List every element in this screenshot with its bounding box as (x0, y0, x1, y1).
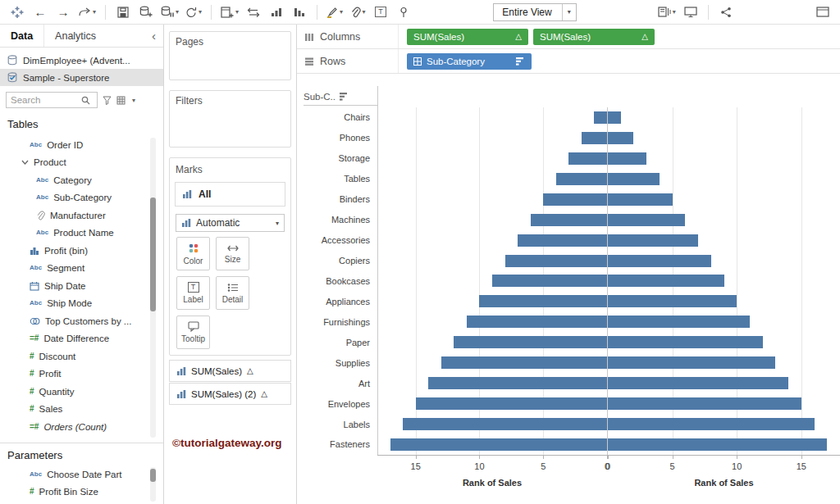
category-label[interactable]: Furnishings (297, 311, 377, 332)
pill-sum-sales[interactable]: SUM(Sales)△ (407, 29, 528, 45)
category-label[interactable]: Binders (297, 189, 377, 210)
bar-left[interactable] (403, 418, 607, 430)
field-item[interactable]: Top Customers by ... (0, 312, 163, 330)
field-item[interactable]: AbcSegment (0, 260, 163, 278)
category-label[interactable]: Supplies (297, 352, 377, 373)
marks-all-row[interactable]: All (175, 182, 285, 207)
category-label[interactable]: Phones (297, 128, 377, 148)
show-sidebar-button[interactable] (812, 2, 833, 22)
bar-left[interactable] (543, 193, 607, 206)
bar-right[interactable] (608, 336, 763, 348)
size-button[interactable]: Size (216, 237, 249, 270)
field-item[interactable]: =#Orders (Count) (0, 418, 163, 436)
category-label[interactable]: Copiers (297, 251, 377, 271)
field-item[interactable]: Profit (bin) (0, 242, 163, 260)
field-item[interactable]: AbcChoose Date Part (0, 465, 163, 484)
columns-shelf[interactable]: Columns SUM(Sales)△SUM(Sales)△ (297, 25, 840, 49)
collapse-pane-icon[interactable]: ‹ (144, 25, 163, 47)
bar-left[interactable] (505, 255, 607, 267)
bar-left[interactable] (568, 152, 607, 165)
view-grid-icon[interactable] (116, 96, 126, 105)
pages-shelf[interactable]: Pages (169, 31, 291, 80)
sort-ascending-button[interactable] (266, 2, 287, 22)
search-input[interactable] (11, 95, 78, 105)
field-item[interactable]: #Profit (0, 366, 163, 384)
category-label[interactable]: Art (297, 373, 377, 393)
subcategory-column-header[interactable]: Sub-C.. (304, 88, 377, 106)
bar-left[interactable] (416, 397, 607, 410)
category-label[interactable]: Labels (297, 414, 377, 434)
presentation-mode-button[interactable] (680, 2, 701, 22)
bar-right[interactable] (608, 397, 801, 410)
measure-card-sum-sales[interactable]: SUM(Sales)△ (169, 360, 291, 382)
redo-button[interactable]: → (52, 2, 74, 22)
bar-right[interactable] (608, 295, 737, 307)
bar-right[interactable] (608, 356, 775, 369)
field-item[interactable]: Manufacturer (0, 207, 163, 225)
measure-card-sum-sales-2[interactable]: SUM(Sales) (2)△ (169, 383, 291, 405)
category-label[interactable]: Envelopes (297, 393, 377, 414)
field-item[interactable]: #Profit Bin Size (0, 484, 163, 502)
bar-left[interactable] (531, 214, 607, 226)
chevron-down-icon[interactable]: ▾ (132, 97, 135, 104)
bar-right[interactable] (608, 152, 646, 165)
field-item[interactable]: #Discount (0, 347, 163, 366)
pill-sum-sales[interactable]: SUM(Sales)△ (533, 29, 655, 45)
tooltip-button[interactable]: Tooltip (176, 316, 210, 349)
field-item[interactable]: AbcProduct Name (0, 225, 163, 243)
replay-button[interactable]: ▾ (75, 2, 98, 22)
bar-left[interactable] (467, 316, 607, 328)
highlight-button[interactable]: ▾ (324, 2, 345, 22)
sort-descending-icon[interactable] (340, 93, 349, 101)
pill-sub-category[interactable]: Sub-Category (407, 53, 532, 70)
bar-left[interactable] (518, 234, 607, 247)
x-axis-title-right[interactable]: Rank of Sales (694, 478, 753, 488)
datasource-item[interactable]: DimEmployee+ (Advent... (0, 52, 163, 69)
category-label[interactable]: Appliances (297, 291, 377, 311)
bar-left[interactable] (441, 356, 607, 369)
pause-auto-updates-button[interactable]: ▾ (158, 2, 181, 22)
swap-rows-and-columns-button[interactable] (243, 2, 264, 22)
new-worksheet-button[interactable]: ▾ (218, 2, 241, 22)
group-members-button[interactable]: ▾ (347, 2, 368, 22)
scrollbar-thumb[interactable] (150, 198, 156, 311)
bar-right[interactable] (608, 316, 750, 328)
bar-left[interactable] (594, 111, 607, 124)
scrollbar-thumb[interactable] (150, 469, 156, 482)
field-item[interactable]: #Quantity (0, 383, 163, 401)
run-auto-updates-button[interactable]: ▾ (183, 2, 204, 22)
fit-view-select[interactable]: Entire View▾ (493, 3, 576, 21)
bar-left[interactable] (390, 438, 607, 451)
bar-right[interactable] (608, 418, 815, 430)
bar-left[interactable] (428, 377, 607, 389)
field-item[interactable]: =#Date Difference (0, 330, 163, 348)
field-item[interactable]: AbcCategory (0, 171, 163, 189)
filters-shelf[interactable]: Filters (169, 90, 291, 148)
tab-data[interactable]: Data (0, 25, 43, 47)
category-label[interactable]: Fasteners (297, 434, 377, 455)
share-workbook-button[interactable] (715, 2, 737, 22)
field-item[interactable]: AbcSub-Category (0, 189, 163, 207)
fields-scrollbar[interactable] (150, 138, 156, 438)
sort-descending-button[interactable] (289, 2, 310, 22)
bar-right[interactable] (608, 255, 711, 267)
bar-right[interactable] (608, 111, 621, 124)
category-label[interactable]: Storage (297, 148, 377, 169)
category-label[interactable]: Chairs (297, 107, 377, 128)
save-button[interactable] (112, 2, 134, 22)
field-item[interactable]: AbcShip Mode (0, 295, 163, 313)
fix-axes-button[interactable] (393, 2, 414, 22)
bar-left[interactable] (492, 275, 607, 287)
bar-right[interactable] (608, 438, 827, 451)
bar-right[interactable] (608, 275, 724, 287)
bar-left[interactable] (479, 295, 607, 307)
bar-right[interactable] (608, 234, 698, 247)
bar-left[interactable] (556, 173, 607, 185)
label-button[interactable]: TLabel (176, 276, 210, 310)
bar-right[interactable] (608, 214, 685, 226)
bar-right[interactable] (608, 173, 660, 185)
category-label[interactable]: Machines (297, 210, 377, 230)
show-hide-cards-button[interactable]: ▾ (655, 2, 678, 22)
field-item[interactable]: Product (0, 154, 163, 172)
tableau-logo-button[interactable] (7, 2, 28, 22)
